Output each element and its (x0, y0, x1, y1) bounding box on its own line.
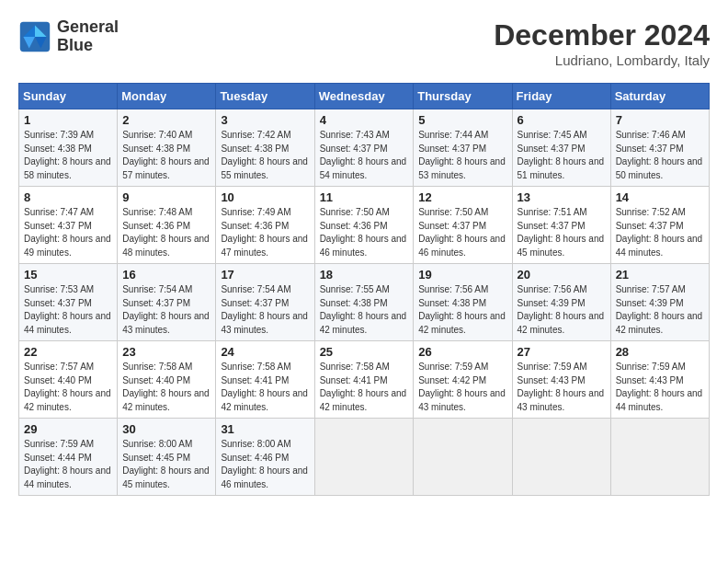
day-number: 5 (418, 113, 506, 127)
calendar-cell: 25 Sunrise: 7:58 AM Sunset: 4:41 PM Dayl… (314, 341, 414, 419)
weekday-header-sunday: Sunday (19, 84, 118, 109)
calendar-cell: 4 Sunrise: 7:43 AM Sunset: 4:37 PM Dayli… (314, 109, 414, 187)
day-number: 9 (122, 190, 210, 204)
calendar-cell: 26 Sunrise: 7:59 AM Sunset: 4:42 PM Dayl… (414, 341, 512, 419)
calendar-cell: 10 Sunrise: 7:49 AM Sunset: 4:36 PM Dayl… (216, 187, 314, 264)
calendar-cell: 28 Sunrise: 7:59 AM Sunset: 4:43 PM Dayl… (610, 341, 709, 419)
calendar-cell: 8 Sunrise: 7:47 AM Sunset: 4:37 PM Dayli… (19, 187, 118, 264)
location: Ludriano, Lombardy, Italy (494, 52, 710, 68)
day-number: 14 (616, 190, 704, 204)
calendar-cell: 1 Sunrise: 7:39 AM Sunset: 4:38 PM Dayli… (19, 109, 118, 187)
day-info: Sunrise: 7:55 AM Sunset: 4:38 PM Dayligh… (320, 283, 409, 337)
calendar-body: 1 Sunrise: 7:39 AM Sunset: 4:38 PM Dayli… (19, 109, 710, 496)
page-header: General Blue December 2024 Ludriano, Lom… (18, 18, 710, 68)
day-info: Sunrise: 7:58 AM Sunset: 4:41 PM Dayligh… (320, 361, 409, 414)
day-number: 16 (122, 268, 210, 282)
calendar-cell: 6 Sunrise: 7:45 AM Sunset: 4:37 PM Dayli… (512, 109, 610, 187)
day-number: 1 (24, 113, 112, 127)
day-info: Sunrise: 7:59 AM Sunset: 4:42 PM Dayligh… (418, 361, 506, 414)
calendar-cell: 7 Sunrise: 7:46 AM Sunset: 4:37 PM Dayli… (610, 109, 709, 187)
day-info: Sunrise: 7:45 AM Sunset: 4:37 PM Dayligh… (518, 129, 606, 182)
day-info: Sunrise: 7:46 AM Sunset: 4:37 PM Dayligh… (616, 129, 704, 182)
day-info: Sunrise: 7:43 AM Sunset: 4:37 PM Dayligh… (320, 129, 409, 182)
day-number: 22 (24, 345, 112, 359)
day-number: 8 (24, 190, 112, 204)
calendar-cell: 12 Sunrise: 7:50 AM Sunset: 4:37 PM Dayl… (414, 187, 512, 264)
day-number: 6 (518, 113, 606, 127)
day-info: Sunrise: 7:50 AM Sunset: 4:37 PM Dayligh… (418, 206, 506, 259)
day-number: 29 (24, 422, 112, 436)
calendar-cell (610, 419, 709, 496)
month-title: December 2024 (494, 18, 710, 52)
day-number: 4 (320, 113, 409, 127)
calendar-cell: 14 Sunrise: 7:52 AM Sunset: 4:37 PM Dayl… (610, 187, 709, 264)
day-info: Sunrise: 7:52 AM Sunset: 4:37 PM Dayligh… (616, 206, 704, 259)
calendar-cell: 24 Sunrise: 7:58 AM Sunset: 4:41 PM Dayl… (216, 341, 314, 419)
day-number: 15 (24, 268, 112, 282)
day-info: Sunrise: 7:49 AM Sunset: 4:36 PM Dayligh… (221, 206, 309, 259)
day-number: 3 (221, 113, 309, 127)
day-number: 2 (122, 113, 210, 127)
weekday-header-thursday: Thursday (414, 84, 512, 109)
calendar-week-1: 1 Sunrise: 7:39 AM Sunset: 4:38 PM Dayli… (19, 109, 710, 187)
day-info: Sunrise: 7:47 AM Sunset: 4:37 PM Dayligh… (24, 206, 112, 259)
day-number: 21 (616, 268, 704, 282)
day-info: Sunrise: 7:54 AM Sunset: 4:37 PM Dayligh… (122, 283, 210, 337)
day-info: Sunrise: 7:42 AM Sunset: 4:38 PM Dayligh… (221, 129, 309, 182)
calendar-cell: 31 Sunrise: 8:00 AM Sunset: 4:46 PM Dayl… (216, 419, 314, 496)
calendar-week-2: 8 Sunrise: 7:47 AM Sunset: 4:37 PM Dayli… (19, 187, 710, 264)
calendar-cell: 11 Sunrise: 7:50 AM Sunset: 4:36 PM Dayl… (314, 187, 414, 264)
calendar-cell: 9 Sunrise: 7:48 AM Sunset: 4:36 PM Dayli… (118, 187, 216, 264)
calendar-table: SundayMondayTuesdayWednesdayThursdayFrid… (18, 83, 710, 496)
day-number: 11 (320, 190, 409, 204)
day-info: Sunrise: 8:00 AM Sunset: 4:45 PM Dayligh… (122, 438, 210, 491)
logo-icon (18, 20, 51, 53)
day-number: 24 (221, 345, 309, 359)
logo-text: General Blue (57, 18, 119, 55)
day-info: Sunrise: 7:59 AM Sunset: 4:43 PM Dayligh… (616, 361, 704, 414)
calendar-cell: 20 Sunrise: 7:56 AM Sunset: 4:39 PM Dayl… (512, 264, 610, 341)
day-info: Sunrise: 7:59 AM Sunset: 4:44 PM Dayligh… (24, 438, 112, 491)
day-info: Sunrise: 7:58 AM Sunset: 4:40 PM Dayligh… (122, 361, 210, 414)
day-number: 27 (518, 345, 606, 359)
logo: General Blue (18, 18, 119, 55)
day-number: 19 (418, 268, 506, 282)
calendar-cell (314, 419, 414, 496)
calendar-cell (512, 419, 610, 496)
calendar-cell: 15 Sunrise: 7:53 AM Sunset: 4:37 PM Dayl… (19, 264, 118, 341)
calendar-cell: 3 Sunrise: 7:42 AM Sunset: 4:38 PM Dayli… (216, 109, 314, 187)
day-info: Sunrise: 7:50 AM Sunset: 4:36 PM Dayligh… (320, 206, 409, 259)
day-info: Sunrise: 7:58 AM Sunset: 4:41 PM Dayligh… (221, 361, 309, 414)
calendar-header-row: SundayMondayTuesdayWednesdayThursdayFrid… (19, 84, 710, 109)
day-number: 23 (122, 345, 210, 359)
title-block: December 2024 Ludriano, Lombardy, Italy (494, 18, 710, 68)
day-info: Sunrise: 7:56 AM Sunset: 4:38 PM Dayligh… (418, 283, 506, 337)
day-info: Sunrise: 7:40 AM Sunset: 4:38 PM Dayligh… (122, 129, 210, 182)
calendar-cell: 29 Sunrise: 7:59 AM Sunset: 4:44 PM Dayl… (19, 419, 118, 496)
day-number: 13 (518, 190, 606, 204)
calendar-cell: 22 Sunrise: 7:57 AM Sunset: 4:40 PM Dayl… (19, 341, 118, 419)
calendar-week-4: 22 Sunrise: 7:57 AM Sunset: 4:40 PM Dayl… (19, 341, 710, 419)
calendar-cell: 17 Sunrise: 7:54 AM Sunset: 4:37 PM Dayl… (216, 264, 314, 341)
calendar-cell: 23 Sunrise: 7:58 AM Sunset: 4:40 PM Dayl… (118, 341, 216, 419)
day-info: Sunrise: 7:59 AM Sunset: 4:43 PM Dayligh… (518, 361, 606, 414)
calendar-cell: 19 Sunrise: 7:56 AM Sunset: 4:38 PM Dayl… (414, 264, 512, 341)
calendar-week-5: 29 Sunrise: 7:59 AM Sunset: 4:44 PM Dayl… (19, 419, 710, 496)
weekday-header-friday: Friday (512, 84, 610, 109)
calendar-cell: 18 Sunrise: 7:55 AM Sunset: 4:38 PM Dayl… (314, 264, 414, 341)
day-number: 17 (221, 268, 309, 282)
day-info: Sunrise: 7:51 AM Sunset: 4:37 PM Dayligh… (518, 206, 606, 259)
day-info: Sunrise: 7:44 AM Sunset: 4:37 PM Dayligh… (418, 129, 506, 182)
day-number: 20 (518, 268, 606, 282)
calendar-cell: 13 Sunrise: 7:51 AM Sunset: 4:37 PM Dayl… (512, 187, 610, 264)
weekday-header-saturday: Saturday (610, 84, 709, 109)
weekday-header-wednesday: Wednesday (314, 84, 414, 109)
day-info: Sunrise: 7:56 AM Sunset: 4:39 PM Dayligh… (518, 283, 606, 337)
calendar-cell: 21 Sunrise: 7:57 AM Sunset: 4:39 PM Dayl… (610, 264, 709, 341)
day-number: 30 (122, 422, 210, 436)
calendar-cell: 16 Sunrise: 7:54 AM Sunset: 4:37 PM Dayl… (118, 264, 216, 341)
day-number: 18 (320, 268, 409, 282)
day-number: 26 (418, 345, 506, 359)
calendar-cell: 5 Sunrise: 7:44 AM Sunset: 4:37 PM Dayli… (414, 109, 512, 187)
day-number: 25 (320, 345, 409, 359)
